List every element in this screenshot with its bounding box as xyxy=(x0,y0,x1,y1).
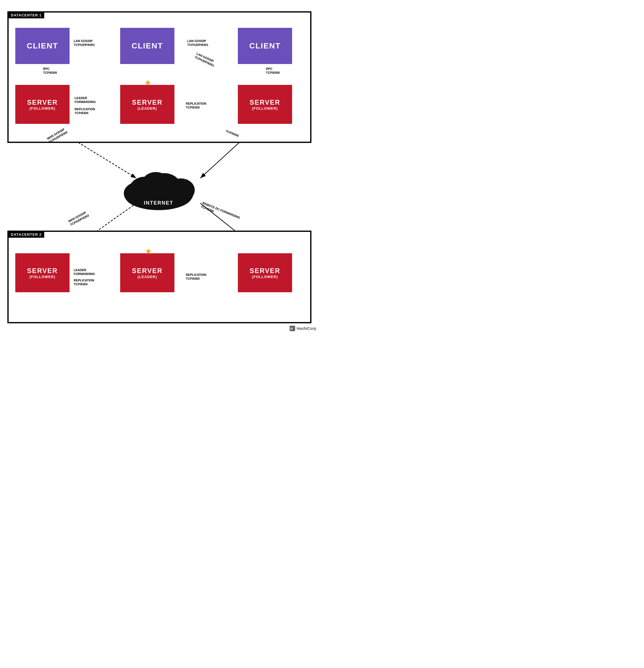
replication-label-2: REPLICATIONTCP/8300 xyxy=(186,102,206,110)
datacenter2-label: DATACENTER 2 xyxy=(8,231,44,238)
diagram-container: DATACENTER 1 CLIENT CLIENT CLIENT SERVER… xyxy=(0,0,322,334)
remote-dc-forwarding-label: REMOTE DC FORWARDINGTCP/8300 xyxy=(200,201,241,224)
dc1-client3: CLIENT xyxy=(238,28,292,64)
rpc-label-1: RPCTCP/8300 xyxy=(43,67,57,75)
dc2-leader-star: ★ xyxy=(145,247,152,256)
dc1-server1: SERVER (FOLLOWER) xyxy=(15,85,69,124)
dc2-server1: SERVER (FOLLOWER) xyxy=(15,253,69,292)
svg-text:H: H xyxy=(290,327,293,330)
dc2-server3: SERVER (FOLLOWER) xyxy=(238,253,292,292)
dc1-leader-star: ★ xyxy=(144,78,152,87)
rpc-label-2: RPCTCP/8300 xyxy=(266,67,280,75)
dc2-server2-leader: SERVER (LEADER) xyxy=(120,253,174,292)
hashicorp-icon: H xyxy=(289,326,295,331)
replication-label-4: REPLICATIONTCP/8300 xyxy=(186,273,206,281)
dc1-client2: CLIENT xyxy=(120,28,174,64)
lan-gossip-label-2: LAN GOSSIPTCP/UDP/8301 xyxy=(187,39,208,47)
datacenter1-label: DATACENTER 1 xyxy=(8,12,44,18)
internet-cloud: INTERNET xyxy=(117,166,200,212)
lan-gossip-label-1: LAN GOSSIPTCP/UDP/8301 xyxy=(74,39,95,47)
replication-label-1: REPLICATIONTCP/8300 xyxy=(75,107,95,115)
dc1-server3: SERVER (FOLLOWER) xyxy=(238,85,292,124)
replication-label-3: REPLICATIONTCP/8300 xyxy=(74,278,94,286)
leader-forwarding-label-1: LEADERFORWARDING xyxy=(75,96,96,104)
leader-forwarding-label-2: LEADERFORWARDING xyxy=(74,268,95,276)
internet-label: INTERNET xyxy=(144,200,173,206)
svg-point-25 xyxy=(167,178,195,202)
wan-gossip-label-2: WAN GOSSIPTCP/UDP/8302 xyxy=(67,210,90,227)
svg-point-26 xyxy=(142,172,170,195)
dc1-server2-leader: SERVER (LEADER) xyxy=(120,85,174,124)
dc1-client1: CLIENT xyxy=(15,28,69,64)
hashicorp-logo: H HashiCorp xyxy=(289,326,316,331)
